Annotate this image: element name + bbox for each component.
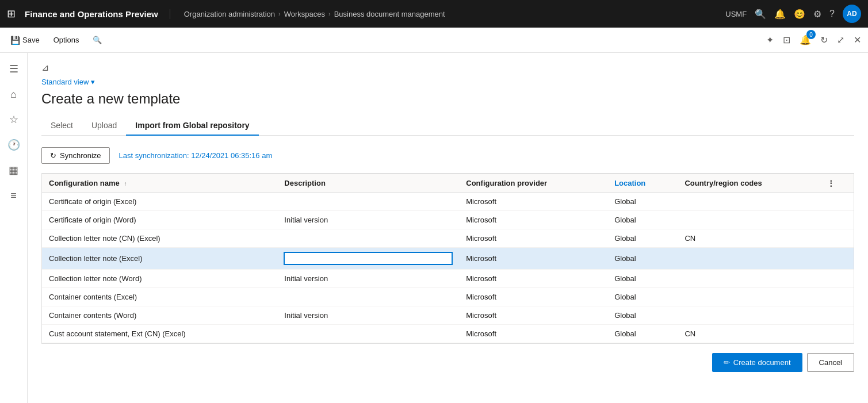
filter-icon[interactable]: ⊿: [41, 62, 49, 73]
col-country-codes: Country/region codes: [678, 174, 820, 193]
region-label: USMF: [725, 10, 747, 18]
cell-more: [820, 306, 854, 325]
cell-country-codes: CN: [678, 325, 820, 343]
synchronize-button[interactable]: ↻ Synchronize: [41, 147, 110, 164]
cell-provider: Microsoft: [459, 306, 607, 325]
breadcrumb-item-1[interactable]: Organization administration: [184, 10, 275, 18]
cell-description: Initial version: [277, 270, 459, 288]
table-row[interactable]: Collection letter note (Word) Initial ve…: [42, 270, 854, 288]
configuration-table: Configuration name ↑ Description Configu…: [42, 174, 854, 343]
notification-icon[interactable]: 🔔: [774, 9, 786, 20]
tab-select[interactable]: Select: [41, 116, 82, 136]
tab-import-global[interactable]: Import from Global repository: [126, 116, 258, 136]
view-selector[interactable]: Standard view ▾: [41, 78, 854, 86]
sidebar-home-icon[interactable]: ⌂: [2, 83, 25, 106]
cell-provider: Microsoft: [459, 248, 607, 270]
footer-actions: ✏ Create document Cancel: [41, 344, 854, 372]
cancel-button[interactable]: Cancel: [807, 353, 854, 372]
table-row[interactable]: Container contents (Word) Initial versio…: [42, 306, 854, 325]
notification-badge: 0: [806, 30, 816, 39]
cell-more: [820, 270, 854, 288]
sidebar-favorites-icon[interactable]: ☆: [2, 108, 25, 131]
cell-more: [820, 325, 854, 343]
top-nav-bar: ⊞ Finance and Operations Preview Organiz…: [0, 0, 868, 28]
table-row[interactable]: Cust account statement, Ext (CN) (Excel)…: [42, 325, 854, 343]
save-icon: 💾: [10, 36, 20, 45]
tab-bar: Select Upload Import from Global reposit…: [41, 116, 854, 136]
tab-upload[interactable]: Upload: [82, 116, 126, 136]
cell-location: Global: [607, 270, 678, 288]
col-location: Location: [607, 174, 678, 193]
options-label: Options: [53, 36, 79, 44]
main-layout: ☰ ⌂ ☆ 🕐 ▦ ≡ ⊿ Standard view ▾ Create a n…: [0, 53, 868, 403]
cell-more: [820, 211, 854, 229]
cell-description: [277, 325, 459, 343]
cell-country-codes: [678, 248, 820, 270]
cell-description: [277, 193, 459, 211]
cell-country-codes: [678, 288, 820, 306]
pencil-icon: ✏: [724, 358, 730, 367]
cell-config-name: Certificate of origin (Excel): [42, 193, 277, 211]
apps-grid-icon[interactable]: ⊞: [7, 7, 16, 20]
col-config-name[interactable]: Configuration name ↑: [42, 174, 277, 193]
sync-label: Synchronize: [60, 151, 101, 160]
table-row[interactable]: Collection letter note (CN) (Excel) Micr…: [42, 229, 854, 248]
cell-config-name: Container contents (Excel): [42, 288, 277, 306]
table-row-selected[interactable]: Collection letter note (Excel) Microsoft…: [42, 248, 854, 270]
save-button[interactable]: 💾 Save: [5, 33, 45, 47]
chevron-down-icon: ▾: [91, 78, 95, 86]
breadcrumb-chevron-1: ›: [278, 10, 281, 17]
page-title: Create a new template: [41, 91, 854, 107]
cell-provider: Microsoft: [459, 288, 607, 306]
cell-config-name: Container contents (Word): [42, 306, 277, 325]
breadcrumb-chevron-2: ›: [328, 10, 331, 17]
cell-more: [820, 248, 854, 270]
table-header-row: Configuration name ↑ Description Configu…: [42, 174, 854, 193]
cell-config-name: Cust account statement, Ext (CN) (Excel): [42, 325, 277, 343]
personalize-icon[interactable]: ✦: [764, 32, 776, 48]
avatar[interactable]: AD: [843, 5, 861, 23]
cell-provider: Microsoft: [459, 211, 607, 229]
settings-icon[interactable]: ⚙: [813, 9, 821, 20]
cell-provider: Microsoft: [459, 193, 607, 211]
left-sidebar: ☰ ⌂ ☆ 🕐 ▦ ≡: [0, 53, 28, 403]
cell-description: Initial version: [277, 306, 459, 325]
refresh-icon[interactable]: ↻: [818, 32, 830, 48]
col-more-options[interactable]: ⋮: [820, 174, 854, 193]
cell-location: Global: [607, 248, 678, 270]
table-row[interactable]: Certificate of origin (Excel) Microsoft …: [42, 193, 854, 211]
description-edit-input[interactable]: [284, 252, 452, 264]
filter-search-button[interactable]: 🔍: [87, 33, 108, 47]
sidebar-modules-icon[interactable]: ≡: [2, 184, 25, 207]
app-title: Finance and Operations Preview: [25, 9, 170, 19]
table-row[interactable]: Certificate of origin (Word) Initial ver…: [42, 211, 854, 229]
table-row[interactable]: Container contents (Excel) Microsoft Glo…: [42, 288, 854, 306]
search-icon[interactable]: 🔍: [755, 9, 766, 20]
last-sync-text: Last synchronization: 12/24/2021 06:35:1…: [119, 151, 273, 160]
col-config-name-label: Configuration name: [49, 179, 120, 187]
table-body: Certificate of origin (Excel) Microsoft …: [42, 193, 854, 343]
col-provider: Configuration provider: [459, 174, 607, 193]
breadcrumb-item-2[interactable]: Workspaces: [284, 10, 325, 18]
sidebar-recent-icon[interactable]: 🕐: [2, 133, 25, 156]
cell-location: Global: [607, 211, 678, 229]
cell-config-name: Collection letter note (Word): [42, 270, 277, 288]
cell-country-codes: [678, 211, 820, 229]
help-icon[interactable]: ?: [829, 9, 835, 19]
sidebar-workspaces-icon[interactable]: ▦: [2, 159, 25, 182]
top-nav-right: USMF 🔍 🔔 😊 ⚙ ? AD: [725, 5, 861, 23]
feedback-icon[interactable]: 😊: [794, 9, 805, 20]
splitview-icon[interactable]: ⊡: [781, 32, 793, 48]
create-document-button[interactable]: ✏ Create document: [712, 353, 802, 372]
cell-description-input[interactable]: [277, 248, 459, 270]
options-button[interactable]: Options: [48, 33, 85, 47]
breadcrumb-item-3[interactable]: Business document management: [334, 10, 445, 18]
notification-count-button[interactable]: 🔔 0: [797, 32, 813, 48]
sidebar-menu-icon[interactable]: ☰: [2, 57, 25, 80]
cell-country-codes: [678, 306, 820, 325]
cell-country-codes: [678, 270, 820, 288]
sort-icon: ↑: [124, 181, 127, 187]
data-table-container: Configuration name ↑ Description Configu…: [41, 173, 854, 344]
close-icon[interactable]: ✕: [851, 32, 863, 48]
open-new-window-icon[interactable]: ⤢: [835, 32, 847, 48]
